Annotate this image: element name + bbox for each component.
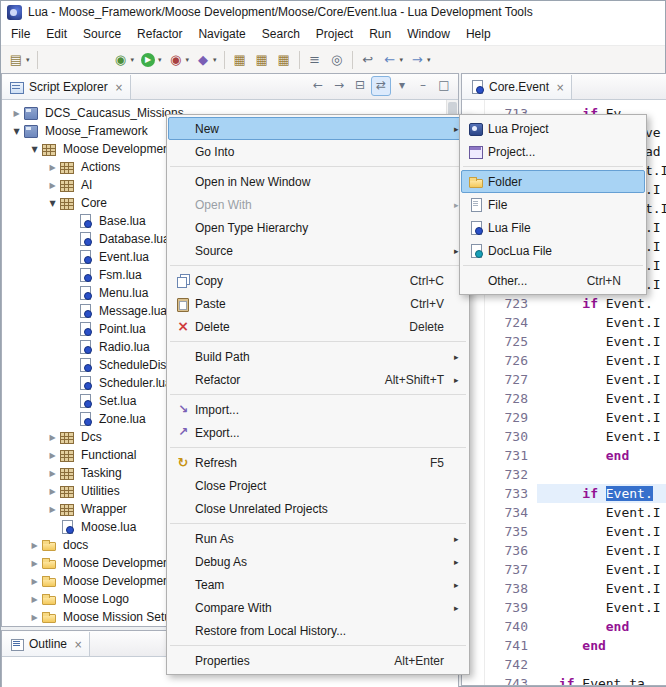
context-menu-item-refactor[interactable]: RefactorAlt+Shift+T▸ [168, 368, 468, 391]
close-tab-icon[interactable]: × [74, 639, 82, 650]
forward-history-button[interactable]: →▾ [406, 49, 434, 71]
line-number: 732 [485, 465, 537, 484]
context-menu-item-copy[interactable]: CopyCtrl+C [168, 269, 468, 292]
view-back-button[interactable]: ← [308, 76, 328, 96]
code-line: 729 Event.I [485, 408, 666, 427]
profile-button[interactable]: ◉▾ [165, 49, 193, 71]
luafile-icon [77, 375, 93, 391]
twistie-icon[interactable]: ▼ [10, 127, 23, 136]
tree-item-label: Moose Logo [61, 592, 129, 606]
close-tab-icon[interactable]: × [115, 82, 123, 93]
twistie-icon[interactable]: ▶ [46, 163, 59, 172]
link-with-editor-button[interactable]: ⇄ [371, 76, 391, 96]
context-menu-item-export[interactable]: Export... [168, 421, 468, 444]
context-menu-item-build-path[interactable]: Build Path▸ [168, 345, 468, 368]
twistie-icon[interactable]: ▶ [46, 433, 59, 442]
package-icon [59, 177, 75, 193]
menu-refactor[interactable]: Refactor [129, 24, 190, 44]
new-wizard-button[interactable]: ▤▾ [5, 49, 33, 71]
line-number: 733 [485, 484, 537, 503]
maximize-view-button[interactable]: □ [434, 76, 454, 96]
menu-edit[interactable]: Edit [38, 24, 75, 44]
context-menu-item-close-unrelated-projects[interactable]: Close Unrelated Projects [168, 497, 468, 520]
twistie-icon[interactable]: ▶ [10, 109, 23, 118]
menu-search[interactable]: Search [254, 24, 308, 44]
context-menu-item-new[interactable]: New▸ [168, 117, 468, 140]
tab-script-explorer[interactable]: Script Explorer × [2, 75, 131, 99]
context-menu-item-restore-from-local-history[interactable]: Restore from Local History... [168, 619, 468, 642]
app-icon[interactable] [7, 5, 22, 20]
context-menu-item-paste[interactable]: PasteCtrl+V [168, 292, 468, 315]
twistie-icon[interactable]: ▶ [28, 595, 41, 604]
submenu-item-folder[interactable]: Folder [461, 170, 645, 193]
context-menu-item-open-in-new-window[interactable]: Open in New Window [168, 170, 468, 193]
menu-navigate[interactable]: Navigate [190, 24, 253, 44]
tree-item-label: Event.lua [97, 250, 149, 264]
new-lua-file-button[interactable]: ▦ [273, 49, 295, 71]
twistie-icon[interactable]: ▶ [46, 505, 59, 514]
package-icon [59, 501, 75, 517]
twistie-icon[interactable]: ▶ [46, 487, 59, 496]
menu-file[interactable]: File [3, 24, 38, 44]
menu-help[interactable]: Help [458, 24, 499, 44]
mark-occurrences-button[interactable]: ≡ [304, 49, 326, 71]
context-menu-item-debug-as[interactable]: Debug As▸ [168, 550, 468, 573]
context-menu-item-close-project[interactable]: Close Project [168, 474, 468, 497]
submenu-item-lua-project[interactable]: Lua Project [461, 117, 645, 140]
context-menu-item-open-type-hierarchy[interactable]: Open Type Hierarchy [168, 216, 468, 239]
menu-item-label: Other... [488, 274, 527, 288]
twistie-icon[interactable]: ▶ [46, 181, 59, 190]
tab-outline[interactable]: Outline × [2, 632, 90, 656]
luafile-icon [77, 213, 93, 229]
pin-editor-button[interactable]: ◎ [326, 49, 348, 71]
submenu-item-doclua-file[interactable]: DocLua File [461, 239, 645, 262]
menu-separator [170, 265, 466, 266]
submenu-item-other[interactable]: Other...Ctrl+N [461, 269, 645, 292]
last-edit-location-button[interactable]: ↩ [357, 49, 379, 71]
debug-button[interactable]: ◉▾ [110, 49, 138, 71]
twistie-icon[interactable]: ▼ [46, 199, 59, 208]
context-menu-item-go-into[interactable]: Go Into [168, 140, 468, 163]
menu-shortcut: Alt+Shift+T [385, 373, 454, 387]
context-menu-item-compare-with[interactable]: Compare With▸ [168, 596, 468, 619]
menu-item-label: Build Path [195, 350, 250, 364]
twistie-icon[interactable]: ▶ [28, 559, 41, 568]
context-menu-item-delete[interactable]: DeleteDelete [168, 315, 468, 338]
context-menu-item-team[interactable]: Team▸ [168, 573, 468, 596]
collapse-all-button[interactable]: ⊟ [350, 76, 370, 96]
line-number: 738 [485, 579, 537, 598]
view-forward-button[interactable]: → [329, 76, 349, 96]
close-tab-icon[interactable]: × [556, 82, 564, 93]
context-menu-item-properties[interactable]: PropertiesAlt+Enter [168, 649, 468, 672]
twistie-icon[interactable]: ▶ [46, 469, 59, 478]
menu-item-label: Open With [195, 198, 252, 212]
context-menu-item-source[interactable]: Source▸ [168, 239, 468, 262]
view-menu-button[interactable]: ▾ [392, 76, 412, 96]
context-menu-item-refresh[interactable]: RefreshF5 [168, 451, 468, 474]
submenu-item-file[interactable]: File [461, 193, 645, 216]
submenu-item-project[interactable]: Project... [461, 140, 645, 163]
code-text: Event.I [537, 389, 666, 408]
back-history-button[interactable]: ←▾ [379, 49, 407, 71]
twistie-icon[interactable]: ▶ [28, 541, 41, 550]
twistie-icon[interactable]: ▼ [28, 145, 41, 154]
submenu-item-lua-file[interactable]: Lua File [461, 216, 645, 239]
menu-source[interactable]: Source [75, 24, 129, 44]
menu-project[interactable]: Project [308, 24, 361, 44]
new-lua-module-button[interactable]: ▦ [251, 49, 273, 71]
twistie-icon[interactable]: ▶ [28, 577, 41, 586]
twistie-icon[interactable]: ▶ [46, 451, 59, 460]
twistie-icon[interactable]: ▶ [28, 613, 41, 622]
menu-window[interactable]: Window [399, 24, 458, 44]
context-menu-item-import[interactable]: Import... [168, 398, 468, 421]
minimize-view-button[interactable]: – [413, 76, 433, 96]
code-line: 733 if Event. [485, 484, 666, 503]
context-menu-item-run-as[interactable]: Run As▸ [168, 527, 468, 550]
tab-core-event[interactable]: Core.Event × [462, 75, 572, 99]
external-tools-button[interactable]: ◆▾ [192, 49, 220, 71]
new-lua-project-button[interactable]: ▦ [229, 49, 251, 71]
code-text: Event.I [537, 503, 666, 522]
menu-run[interactable]: Run [361, 24, 399, 44]
context-menu-item-open-with[interactable]: Open With▸ [168, 193, 468, 216]
run-button[interactable]: ▶▾ [137, 49, 165, 71]
